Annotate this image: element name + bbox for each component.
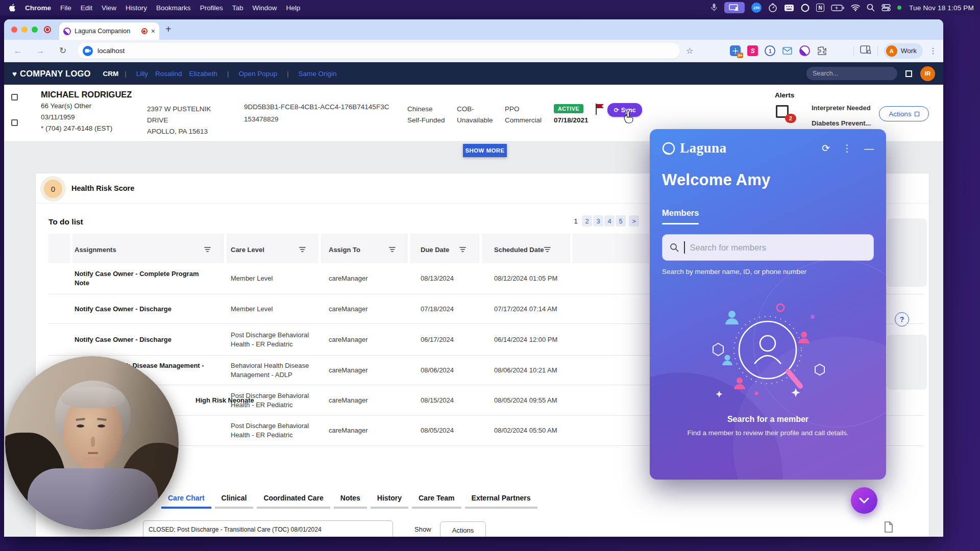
page-4[interactable]: 4 bbox=[604, 215, 615, 227]
minimize-window-button[interactable] bbox=[21, 27, 28, 33]
back-button[interactable]: ← bbox=[10, 46, 26, 56]
filter-icon[interactable] bbox=[204, 247, 211, 254]
link-open-popup[interactable]: Open Popup bbox=[238, 70, 277, 78]
menu-bookmarks[interactable]: Bookmarks bbox=[152, 4, 195, 12]
close-window-button[interactable] bbox=[11, 27, 17, 33]
separator: | bbox=[227, 70, 229, 78]
tab-notes[interactable]: Notes bbox=[334, 494, 367, 509]
url-text[interactable]: localhost bbox=[97, 47, 125, 55]
help-icon[interactable]: ? bbox=[895, 312, 909, 327]
menu-history[interactable]: History bbox=[121, 4, 152, 12]
tab-care-team[interactable]: Care Team bbox=[412, 494, 461, 509]
company-logo[interactable]: ♥COMPANY LOGO bbox=[12, 69, 91, 79]
page-1[interactable]: 1 bbox=[571, 215, 581, 227]
link-lilly[interactable]: Lilly bbox=[136, 70, 148, 78]
col-label-due-date[interactable]: Due Date bbox=[421, 246, 449, 254]
banner-checkbox-1[interactable] bbox=[11, 94, 18, 101]
tab-history[interactable]: History bbox=[371, 494, 408, 509]
tab-close-icon[interactable]: × bbox=[151, 27, 155, 35]
tab-clinical[interactable]: Clinical bbox=[215, 494, 254, 509]
address-bar[interactable]: localhost bbox=[78, 43, 680, 59]
menu-window[interactable]: Window bbox=[248, 4, 281, 12]
col-label-assign-to[interactable]: Assign To bbox=[329, 246, 360, 254]
onepassword-icon[interactable] bbox=[801, 4, 810, 12]
link-elizabeth[interactable]: Elizabeth bbox=[189, 70, 217, 78]
menu-file[interactable]: File bbox=[56, 4, 76, 12]
document-icon[interactable] bbox=[884, 521, 893, 535]
zoom-window-button[interactable] bbox=[32, 27, 38, 33]
link-same-origin[interactable]: Same Origin bbox=[299, 70, 337, 78]
profile-chip[interactable]: A Work bbox=[884, 43, 923, 59]
browser-menu-icon[interactable]: ⋮ bbox=[929, 46, 937, 56]
page-next[interactable]: > bbox=[629, 215, 639, 227]
patient-phone: * (704) 247-6148 (EST) bbox=[41, 124, 112, 132]
menu-profiles[interactable]: Profiles bbox=[195, 4, 228, 12]
patient-name[interactable]: MICHAEL RODRIGUEZ bbox=[41, 90, 132, 99]
side-panel-icon[interactable] bbox=[860, 45, 871, 56]
link-rosalind[interactable]: Rosalind bbox=[155, 70, 182, 78]
page-5[interactable]: 5 bbox=[616, 215, 626, 227]
menubar-clock[interactable]: Tue Nov 18 1:05 PM bbox=[908, 4, 974, 12]
menu-view[interactable]: View bbox=[97, 4, 121, 12]
tab-coordinated-care[interactable]: Coordinated Care bbox=[257, 494, 330, 509]
panel-menu-icon[interactable]: ⋮ bbox=[842, 142, 852, 154]
menu-help[interactable]: Help bbox=[281, 4, 305, 12]
user-avatar[interactable]: IR bbox=[920, 66, 935, 81]
browser-tab[interactable]: Laguna Companion × bbox=[59, 22, 159, 40]
browser-toolbar: ← → ↻ localhost ☆ 9+ S 1 A bbox=[4, 40, 943, 62]
filter-icon[interactable] bbox=[459, 247, 467, 254]
member-search-box[interactable] bbox=[662, 234, 874, 261]
members-tab[interactable]: Members bbox=[662, 208, 699, 218]
extension-badge-icon[interactable]: 9+ bbox=[730, 45, 741, 56]
extension-laguna-icon[interactable] bbox=[799, 45, 810, 56]
laguna-favicon bbox=[63, 28, 71, 35]
filter-icon[interactable] bbox=[544, 247, 551, 254]
forward-button[interactable]: → bbox=[33, 46, 48, 56]
bookmark-star-icon[interactable]: ☆ bbox=[686, 46, 693, 56]
col-label-scheduled-date[interactable]: Scheduled Date bbox=[494, 246, 544, 254]
tab-external-partners[interactable]: External Partners bbox=[465, 494, 537, 509]
member-search-input[interactable] bbox=[690, 243, 859, 253]
timer-icon[interactable] bbox=[768, 3, 777, 12]
page-3[interactable]: 3 bbox=[593, 215, 603, 227]
show-more-button[interactable]: SHOW MORE bbox=[463, 144, 507, 157]
site-camera-icon[interactable] bbox=[83, 46, 93, 56]
page-2[interactable]: 2 bbox=[582, 215, 592, 227]
actions-button[interactable]: Actions bbox=[879, 106, 929, 121]
wifi-icon[interactable] bbox=[851, 4, 860, 11]
col-label-assignments[interactable]: Assignments bbox=[75, 246, 116, 254]
crm-search-input[interactable] bbox=[806, 67, 897, 80]
keyboard-icon[interactable] bbox=[784, 4, 794, 12]
notion-icon[interactable]: N bbox=[816, 4, 824, 12]
extension-1password-icon[interactable]: 1 bbox=[765, 45, 775, 56]
refresh-icon[interactable]: ⟳ bbox=[822, 142, 830, 154]
spotlight-search-icon[interactable] bbox=[867, 4, 875, 12]
apple-icon[interactable] bbox=[9, 4, 16, 12]
banner-checkbox-2[interactable] bbox=[11, 119, 18, 126]
reload-button[interactable]: ↻ bbox=[55, 45, 70, 56]
menu-edit[interactable]: Edit bbox=[76, 4, 97, 12]
webcam-video-overlay[interactable] bbox=[5, 356, 179, 530]
footer-actions-button[interactable]: Actions bbox=[440, 521, 486, 537]
tab-care-chart[interactable]: Care Chart bbox=[161, 494, 211, 509]
window-popout-icon[interactable] bbox=[905, 70, 912, 77]
collapse-chevron-button[interactable] bbox=[851, 487, 877, 514]
extensions-puzzle-icon[interactable] bbox=[817, 45, 827, 56]
menu-chrome[interactable]: Chrome bbox=[20, 4, 56, 12]
control-center-icon[interactable] bbox=[881, 4, 891, 11]
screen-share-icon[interactable] bbox=[724, 2, 745, 13]
patient-plan-2: Commercial bbox=[505, 116, 542, 124]
minimize-panel-icon[interactable]: — bbox=[864, 143, 874, 154]
flag-icon[interactable] bbox=[595, 103, 605, 117]
new-tab-button[interactable]: + bbox=[165, 23, 172, 35]
extension-mail-icon[interactable] bbox=[782, 45, 793, 56]
filter-icon[interactable] bbox=[389, 247, 396, 254]
filter-icon[interactable] bbox=[299, 247, 306, 254]
menu-tab[interactable]: Tab bbox=[228, 4, 248, 12]
text-caret bbox=[684, 241, 685, 254]
col-label-care-level[interactable]: Care Level bbox=[231, 246, 264, 254]
care-episode-select[interactable]: CLOSED; Post Discharge - Transitional Ca… bbox=[143, 520, 393, 537]
zoom-app-icon[interactable]: zm bbox=[751, 3, 762, 13]
microphone-icon[interactable] bbox=[710, 3, 718, 12]
extension-s-icon[interactable]: S bbox=[747, 45, 758, 56]
